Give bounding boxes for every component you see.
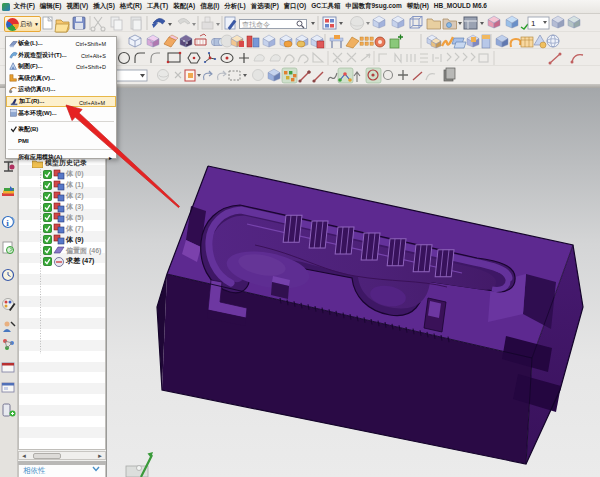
svg-text:1: 1 [531, 19, 536, 28]
